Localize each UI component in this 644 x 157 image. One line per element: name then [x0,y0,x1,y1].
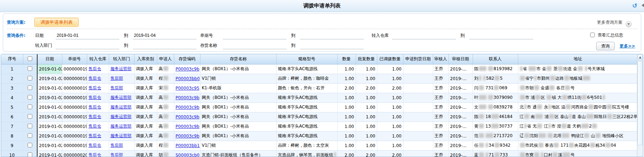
column-header-date[interactable]: 日期 [37,54,62,64]
row-checkbox[interactable] [28,124,32,128]
cell-check [23,122,37,131]
code-link[interactable]: S00003cb0 [176,153,200,157]
table-row[interactable]: 82019-01-020000000198售后仓服务运营部调拨入库高P00003… [1,131,638,141]
warehouse-link[interactable]: 售后仓 [89,76,101,81]
code-link[interactable]: P00003c9b [176,95,199,100]
code-link[interactable]: P00003c9b [176,114,199,119]
cell-arrival [403,122,433,131]
dept-link[interactable]: 售后部 [111,76,123,81]
table-row[interactable]: 62019-01-020000000196售后仓服务运营部调拨入库高P00003… [1,112,638,122]
row-checkbox[interactable] [28,152,32,157]
row-checkbox[interactable] [28,95,32,100]
code-link[interactable]: P00003bb0 [176,76,200,81]
column-header-transferred[interactable]: 已调拨数量 [377,54,403,64]
column-header-spec[interactable]: 规格型号 [276,54,337,64]
row-checkbox[interactable] [28,85,32,90]
code-link[interactable]: P00003bb1 [176,143,200,148]
column-header-check[interactable] [23,54,37,64]
table-row[interactable]: 102019-01-020000000200售后仓售后部调拨入库胡S00003c… [1,150,638,157]
dept-link[interactable]: 售后部 [111,152,123,157]
refresh-icon[interactable]: ↺ [631,2,638,9]
column-header-seq[interactable]: 序号 [1,54,23,64]
dept-to-input[interactable] [133,42,197,49]
column-header-category[interactable]: 入库类别 [134,54,157,64]
doc-from-input[interactable] [223,32,287,39]
warehouse-from-input[interactable] [392,32,456,39]
warehouse-link[interactable]: 售后仓 [89,114,101,119]
code-link[interactable]: P00003c9b [176,134,199,139]
vertical-scrollbar[interactable]: ▲ [637,54,643,157]
data-table: 序号日期单据号转入仓库转入部门入库类别申请人存货编码存货名称规格型号数量批复数量… [1,54,643,157]
column-header-warehouse[interactable]: 转入仓库 [87,54,109,64]
column-header-audit_date[interactable]: 审核日期 [448,54,473,64]
table-row[interactable]: 52019-01-020000000195售后仓服务运营部调拨入库高P00003… [1,102,638,112]
dept-link[interactable]: 服务运营部 [111,95,132,100]
more-schemes[interactable]: 更多查询方案 ▼ [597,19,632,27]
redacted-text [561,124,566,128]
code-link[interactable]: P00003c9b [176,105,199,110]
redacted-text [488,105,493,109]
code-link[interactable]: P00003c9b [176,124,199,129]
column-header-name[interactable]: 存货名称 [200,54,276,64]
column-header-address[interactable]: 地址 [518,54,638,64]
column-header-approved[interactable]: 批复数量 [356,54,377,64]
dept-link[interactable]: 服务运营部 [111,66,132,71]
table-row[interactable]: 92019-01-020000000199售后仓售后部调拨入库程P00003bb… [1,141,638,150]
date-to-input[interactable] [133,32,197,39]
warehouse-link[interactable]: 售后仓 [89,124,101,129]
row-checkbox[interactable] [28,143,32,147]
column-header-qty[interactable]: 数量 [337,54,356,64]
scheme-button[interactable]: 调拨申请单列表 [34,18,79,27]
table-row[interactable]: 22019-01-020000000192售后仓售后部调拨入库程P00003bb… [1,74,638,83]
scrollbar-thumb[interactable] [638,61,643,145]
redacted-text [590,143,595,147]
warehouse-link[interactable]: 售后仓 [89,66,101,71]
row-checkbox[interactable] [28,114,32,119]
row-checkbox[interactable] [28,76,32,80]
column-header-arrival[interactable]: 申请到货日期 [403,54,433,64]
column-header-code[interactable]: 存货编码 [174,54,200,64]
chevron-down-icon[interactable]: ▼ [626,21,632,27]
column-header-doc_no[interactable]: 单据号 [62,54,87,64]
item-name-to-input[interactable] [300,42,364,49]
dept-link[interactable]: 售后部 [111,85,123,90]
dept-from-input[interactable] [56,42,119,49]
table-row[interactable]: 72019-01-020000000197售后仓服务运营部调拨入库高P00003… [1,122,638,131]
warehouse-link[interactable]: 售后仓 [89,143,101,148]
dept-link[interactable]: 服务运营部 [111,124,132,129]
dept-link[interactable]: 售后部 [111,143,123,148]
dept-link[interactable]: 服务运营部 [111,133,132,138]
warehouse-link[interactable]: 售后仓 [89,105,101,110]
row-checkbox[interactable] [28,105,32,109]
table-row[interactable]: 32019-01-020000000193售后仓售后部调拨入库宋P00003c9… [1,83,638,93]
search-button[interactable]: 查询 [596,42,615,50]
column-header-applicant[interactable]: 申请人 [157,54,174,64]
dept-link[interactable]: 服务运营部 [111,105,132,110]
item-name-from-input[interactable] [223,42,287,49]
more-link[interactable]: 更多>> [620,43,635,49]
warehouse-link[interactable]: 售后仓 [89,95,101,100]
select-all-checkbox[interactable] [28,56,32,61]
code-link[interactable]: P00003c95 [176,86,199,91]
table-row[interactable]: 42019-01-020000000194售后仓服务运营部调拨入库高P00003… [1,93,638,102]
row-checkbox[interactable] [28,133,32,138]
warehouse-to-input[interactable] [469,32,533,39]
warehouse-link[interactable]: 售后仓 [89,133,101,138]
column-header-auditor[interactable]: 审核人 [433,54,448,64]
warehouse-link[interactable]: 售后仓 [89,152,101,157]
column-header-dept[interactable]: 转入部门 [109,54,134,64]
table-row[interactable]: 12019-01-020000000191售后仓服务运营部调拨入库高P00003… [1,64,638,74]
summary-checkbox-field[interactable]: 查看汇总信息 [590,32,623,38]
cell-applicant: 高 [157,131,174,141]
column-header-contact[interactable]: 联系人 [473,54,518,64]
date-from-input[interactable] [56,32,119,39]
summary-checkbox[interactable] [590,33,595,37]
row-checkbox[interactable] [28,66,32,71]
warehouse-link[interactable]: 售后仓 [89,85,101,90]
scroll-up-arrow-icon[interactable]: ▲ [638,55,643,60]
dept-link[interactable]: 服务运营部 [111,114,132,119]
cell-contact: 文 0839278 [473,102,518,112]
doc-to-input[interactable] [300,32,364,39]
cell-date: 2019-01-02 [37,74,62,83]
code-link[interactable]: P00003c9b [176,67,199,72]
